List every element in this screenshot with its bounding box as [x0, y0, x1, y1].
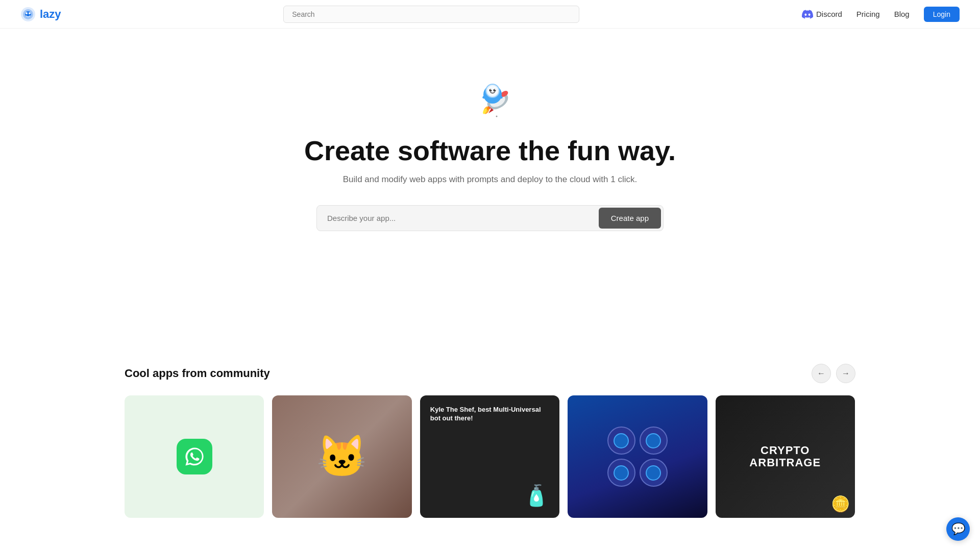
chat-widget[interactable]: 💬	[946, 517, 970, 541]
discord-label: Discord	[816, 10, 842, 18]
community-header: Cool apps from community ← →	[125, 364, 855, 383]
hero-title: Create software the fun way.	[304, 135, 676, 166]
main-content: Create software the fun way. Build and m…	[0, 0, 980, 538]
svg-point-4	[29, 12, 31, 14]
blog-link[interactable]: Blog	[894, 10, 910, 18]
card-content: Kyle The Shef, best Multi-Universal bot …	[420, 395, 559, 437]
card-title: Kyle The Shef, best Multi-Universal bot …	[430, 406, 549, 423]
cat-image: 🐱	[272, 395, 411, 518]
hero-subtitle: Build and modify web apps with prompts a…	[343, 174, 637, 185]
prev-arrow-button[interactable]: ←	[812, 364, 831, 383]
app-card[interactable]: 🐱	[272, 395, 411, 518]
logo[interactable]: lazy	[20, 7, 61, 22]
logo-icon	[20, 7, 36, 22]
cat-emoji: 🐱	[316, 433, 368, 481]
discord-link[interactable]: Discord	[802, 9, 842, 20]
community-section: Cool apps from community ← → 🐱	[0, 343, 980, 538]
nav-links: Discord Pricing Blog Login	[802, 7, 960, 22]
data-circle	[607, 459, 635, 487]
community-cards: 🐱 Kyle The Shef, best Multi-Universal bo…	[125, 395, 855, 518]
svg-point-18	[495, 89, 496, 90]
header: lazy Discord Pricing Blog Login	[0, 0, 980, 29]
bottle-icon: 🧴	[524, 484, 549, 508]
svg-point-22	[496, 116, 498, 117]
whatsapp-icon	[177, 439, 212, 474]
svg-point-3	[26, 12, 28, 14]
app-card[interactable]: Kyle The Shef, best Multi-Universal bot …	[420, 395, 559, 518]
crypto-coin-icon: 🪙	[831, 495, 850, 513]
search-input[interactable]	[283, 6, 579, 23]
create-app-button[interactable]: Create app	[599, 208, 661, 229]
svg-point-17	[491, 89, 492, 90]
hero-section: Create software the fun way. Build and m…	[0, 0, 980, 262]
carousel-nav: ← →	[812, 364, 855, 383]
describe-app-input[interactable]	[317, 207, 597, 230]
app-card[interactable]	[125, 395, 264, 518]
data-circle	[640, 459, 668, 487]
logo-text: lazy	[40, 8, 61, 21]
data-visual	[568, 395, 707, 518]
svg-point-2	[25, 11, 31, 17]
app-card[interactable]: CRYPTOARBITRAGE 🪙	[716, 395, 855, 518]
blog-label: Blog	[894, 10, 910, 18]
pricing-label: Pricing	[856, 10, 880, 18]
data-circle	[640, 427, 668, 455]
data-circle	[607, 427, 635, 455]
svg-point-14	[487, 86, 498, 96]
mascot-illustration	[457, 71, 523, 122]
svg-point-16	[494, 89, 496, 92]
discord-icon	[802, 9, 813, 20]
next-arrow-button[interactable]: →	[836, 364, 855, 383]
app-card[interactable]	[568, 395, 707, 518]
community-title: Cool apps from community	[125, 367, 270, 380]
create-app-form: Create app	[316, 205, 664, 231]
crypto-title: CRYPTOARBITRAGE	[749, 444, 821, 469]
chat-icon: 💬	[951, 522, 965, 536]
svg-point-15	[489, 89, 492, 92]
pricing-link[interactable]: Pricing	[856, 10, 880, 18]
search-bar	[283, 6, 579, 23]
login-button[interactable]: Login	[924, 7, 960, 22]
